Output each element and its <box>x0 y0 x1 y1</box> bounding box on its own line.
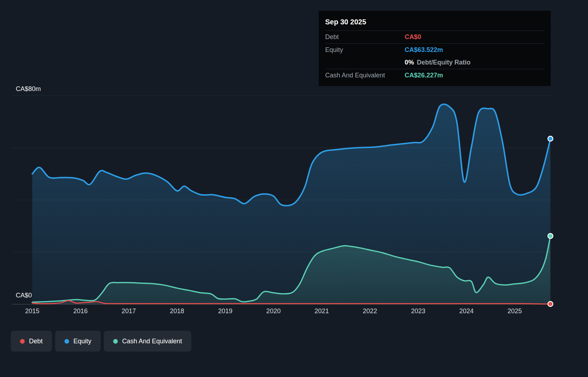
legend-item-debt[interactable]: Debt <box>11 331 52 352</box>
cash-and-equivalent-legend-dot-icon <box>113 339 118 344</box>
tooltip-cash-value: CA$26.227m <box>405 72 443 79</box>
tooltip-ratio-label: Debt/Equity Ratio <box>417 59 471 66</box>
x-tick-2017: 2017 <box>121 307 136 315</box>
equity-endpoint-dot[interactable] <box>548 136 553 141</box>
cash-and-equivalent-endpoint-dot[interactable] <box>548 233 553 238</box>
x-tick-2021: 2021 <box>314 307 329 315</box>
tooltip: Sep 30 2025 Debt CA$0 Equity CA$63.522m … <box>319 11 551 86</box>
tooltip-equity-label: Equity <box>325 46 405 54</box>
x-tick-2023: 2023 <box>411 307 425 315</box>
tooltip-debt-label: Debt <box>325 33 405 41</box>
legend-item-cash-and-equivalent[interactable]: Cash And Equivalent <box>104 331 191 352</box>
legend: DebtEquityCash And Equivalent <box>11 331 191 352</box>
legend-label-cash-and-equivalent: Cash And Equivalent <box>122 338 182 345</box>
tooltip-debt-value: CA$0 <box>405 33 421 41</box>
y-axis-label-80m: CA$80m <box>16 85 41 93</box>
x-tick-2015: 2015 <box>25 307 39 315</box>
tooltip-row-cash: Cash And Equivalent CA$26.227m <box>325 69 544 82</box>
tooltip-ratio-value: 0% <box>405 59 414 66</box>
equity-legend-dot-icon <box>64 339 69 344</box>
debt-endpoint-dot[interactable] <box>548 301 553 306</box>
legend-item-equity[interactable]: Equity <box>55 331 101 352</box>
tooltip-row-debt: Debt CA$0 <box>325 31 544 44</box>
debt-legend-dot-icon <box>20 339 25 344</box>
x-tick-2025: 2025 <box>507 307 522 315</box>
tooltip-row-equity: Equity CA$63.522m <box>325 44 544 56</box>
legend-label-equity: Equity <box>73 338 91 345</box>
y-axis-label-0: CA$0 <box>16 292 32 299</box>
tooltip-date: Sep 30 2025 <box>325 16 544 31</box>
x-tick-2019: 2019 <box>218 307 232 315</box>
x-tick-2020: 2020 <box>266 307 281 315</box>
legend-label-debt: Debt <box>29 338 43 345</box>
tooltip-row-ratio: 0%Debt/Equity Ratio <box>325 56 544 69</box>
x-tick-2016: 2016 <box>73 307 88 315</box>
x-tick-2018: 2018 <box>170 307 184 315</box>
x-tick-2022: 2022 <box>363 307 377 315</box>
x-tick-2024: 2024 <box>459 307 474 315</box>
tooltip-cash-label: Cash And Equivalent <box>325 72 405 79</box>
tooltip-equity-value: CA$63.522m <box>405 46 443 54</box>
